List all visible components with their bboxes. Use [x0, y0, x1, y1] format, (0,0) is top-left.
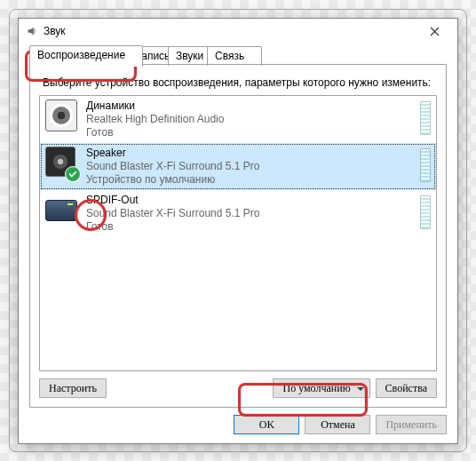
device-driver: Realtek High Definition Audio — [86, 113, 411, 126]
tabstrip: ВоспроизведениеЗаписьЗвукиСвязь — [29, 45, 447, 65]
device-status: Готов — [86, 220, 411, 234]
vu-meter — [420, 101, 431, 135]
device-name: SPDIF-Out — [86, 194, 411, 207]
spdif-icon — [45, 194, 77, 226]
speaker-big-icon — [45, 99, 77, 131]
ok-button[interactable]: OK — [234, 415, 299, 434]
device-name: Динамики — [86, 99, 411, 113]
vu-meter — [420, 195, 431, 229]
device-text: SpeakerSound Blaster X-Fi Surround 5.1 P… — [86, 147, 411, 187]
tab-comm[interactable]: Связь — [207, 46, 262, 66]
speaker-small-icon — [45, 147, 77, 179]
device-status: Устройство по умолчанию — [86, 173, 411, 187]
tab-panel-playback: Выберите устройство воспроизведения, пар… — [29, 64, 447, 408]
properties-button[interactable]: Свойства — [376, 378, 437, 398]
device-text: SPDIF-OutSound Blaster X-Fi Surround 5.1… — [86, 194, 411, 234]
close-button[interactable] — [415, 19, 454, 44]
default-check-icon — [65, 166, 81, 182]
tab-playback[interactable]: Воспроизведение — [29, 45, 143, 67]
window-title: Звук — [44, 25, 66, 37]
device-list[interactable]: ДинамикиRealtek High Definition AudioГот… — [39, 95, 437, 371]
device-item-spdif[interactable]: SPDIF-OutSound Blaster X-Fi Surround 5.1… — [40, 190, 436, 237]
device-text: ДинамикиRealtek High Definition AudioГот… — [86, 99, 411, 139]
instruction-text: Выберите устройство воспроизведения, пар… — [43, 76, 433, 90]
device-item-spk[interactable]: SpeakerSound Blaster X-Fi Surround 5.1 P… — [40, 143, 436, 190]
apply-button[interactable]: Применить — [376, 415, 447, 434]
sound-dialog: Звук ВоспроизведениеЗаписьЗвукиСвязь Выб… — [18, 18, 458, 444]
device-status: Готов — [86, 126, 411, 139]
device-driver: Sound Blaster X-Fi Surround 5.1 Pro — [86, 207, 411, 220]
set-default-button[interactable]: По умолчанию — [273, 378, 370, 398]
titlebar: Звук — [19, 19, 457, 44]
device-item-dyn[interactable]: ДинамикиRealtek High Definition AudioГот… — [40, 96, 436, 143]
device-driver: Sound Blaster X-Fi Surround 5.1 Pro — [86, 160, 411, 173]
device-name: Speaker — [86, 147, 411, 160]
cancel-button[interactable]: Отмена — [305, 415, 370, 434]
configure-button[interactable]: Настроить — [39, 378, 107, 398]
vu-meter — [420, 148, 431, 182]
sound-icon — [26, 25, 38, 37]
